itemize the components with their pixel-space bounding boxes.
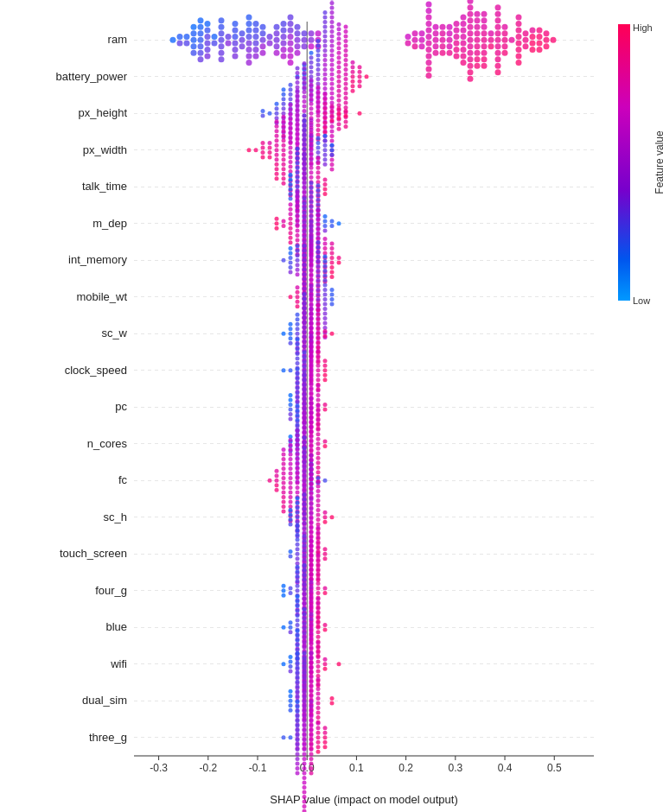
chart-container	[0, 0, 663, 812]
shap-beeswarm-chart	[0, 0, 663, 812]
